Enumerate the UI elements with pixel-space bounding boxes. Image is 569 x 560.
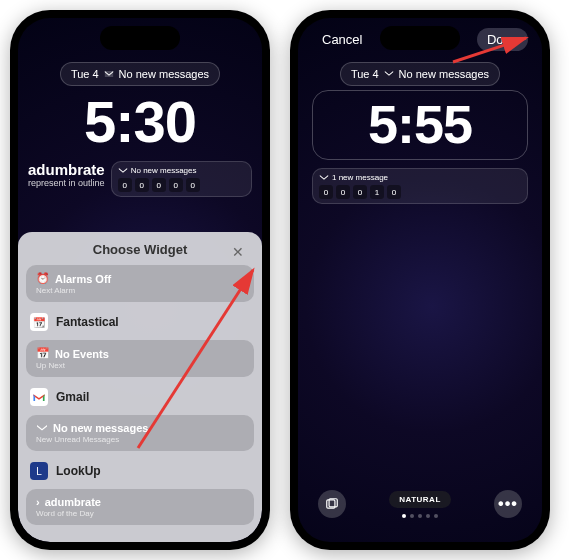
cancel-button[interactable]: Cancel xyxy=(312,28,372,51)
app-name: Gmail xyxy=(56,390,89,404)
dynamic-island xyxy=(100,26,180,50)
lookup-icon: L xyxy=(30,462,48,480)
choose-widget-sheet: Choose Widget ✕ ⏰Alarms Off Next Alarm 📆… xyxy=(18,232,262,542)
counter: 0 xyxy=(118,178,132,192)
close-button[interactable]: ✕ xyxy=(228,242,248,262)
counter: 1 xyxy=(370,185,384,199)
app-fantastical[interactable]: 📆 Fantastical xyxy=(26,308,254,336)
date-widget[interactable]: Tue 4 No new messages xyxy=(60,62,220,86)
sheet-header: Choose Widget ✕ xyxy=(26,242,254,257)
dot xyxy=(434,514,438,518)
app-gmail[interactable]: Gmail xyxy=(26,383,254,411)
gmail-icon xyxy=(36,424,48,433)
word-card-sub: Word of the Day xyxy=(36,509,244,518)
date-text: Tue 4 xyxy=(351,68,379,80)
clock-time[interactable]: 5:30 xyxy=(18,88,262,155)
app-name: LookUp xyxy=(56,464,101,478)
dynamic-island xyxy=(380,26,460,50)
clock-time: 5:55 xyxy=(323,93,517,155)
gmail-icon xyxy=(118,167,128,175)
alarm-sub: Next Alarm xyxy=(36,286,244,295)
photos-button[interactable] xyxy=(318,490,346,518)
dot xyxy=(410,514,414,518)
ellipsis-icon: ••• xyxy=(498,495,518,513)
alarm-widget-card[interactable]: ⏰Alarms Off Next Alarm xyxy=(26,265,254,302)
word-title: adumbrate xyxy=(28,161,105,178)
widget-row: adumbrate represent in outline No new me… xyxy=(18,161,262,197)
widget-label: No new messages xyxy=(131,166,197,175)
gmail-icon xyxy=(384,70,394,78)
gmail-icon xyxy=(319,174,329,182)
counter: 0 xyxy=(387,185,401,199)
counter: 0 xyxy=(135,178,149,192)
done-button[interactable]: Done xyxy=(477,28,528,51)
dot xyxy=(402,514,406,518)
counter-row: 0 0 0 1 0 xyxy=(319,185,521,199)
widget-label: 1 new message xyxy=(332,173,388,182)
fantastical-icon: 📆 xyxy=(30,313,48,331)
page-dots xyxy=(402,514,438,518)
phone-left: Tue 4 No new messages 5:30 adumbrate rep… xyxy=(10,10,270,550)
message-status: No new messages xyxy=(399,68,490,80)
lock-screen-editor: Tue 4 No new messages 5:30 adumbrate rep… xyxy=(18,18,262,542)
sheet-title: Choose Widget xyxy=(93,242,188,257)
gmail-icon xyxy=(104,70,114,78)
counter: 0 xyxy=(319,185,333,199)
events-sub: Up Next xyxy=(36,361,244,370)
phone-right: Cancel Done Tue 4 No new messages 5:55 1… xyxy=(290,10,550,550)
counter: 0 xyxy=(169,178,183,192)
style-selector[interactable]: NATURAL xyxy=(389,491,451,518)
messages-sub: New Unread Messages xyxy=(36,435,244,444)
dot xyxy=(426,514,430,518)
events-title: No Events xyxy=(55,348,109,360)
alarm-icon: ⏰ xyxy=(36,272,50,285)
date-widget[interactable]: Tue 4 No new messages xyxy=(340,62,500,86)
messages-widget[interactable]: 1 new message 0 0 0 1 0 xyxy=(312,168,528,204)
alarm-title: Alarms Off xyxy=(55,273,111,285)
calendar-icon: 📅 xyxy=(36,347,50,360)
events-widget-card[interactable]: 📅No Events Up Next xyxy=(26,340,254,377)
messages-widget-card[interactable]: No new messages New Unread Messages xyxy=(26,415,254,451)
style-label: NATURAL xyxy=(389,491,451,508)
gmail-app-icon xyxy=(30,388,48,406)
date-text: Tue 4 xyxy=(71,68,99,80)
messages-widget[interactable]: No new messages 0 0 0 0 0 xyxy=(111,161,252,197)
chevron-icon: › xyxy=(36,496,40,508)
dot xyxy=(418,514,422,518)
bottom-controls: NATURAL ••• xyxy=(298,490,542,518)
word-widget-card[interactable]: ›adumbrate Word of the Day xyxy=(26,489,254,525)
word-card-title: adumbrate xyxy=(45,496,101,508)
messages-title: No new messages xyxy=(53,422,148,434)
app-name: Fantastical xyxy=(56,315,119,329)
counter: 0 xyxy=(152,178,166,192)
counter-row: 0 0 0 0 0 xyxy=(118,178,245,192)
more-button[interactable]: ••• xyxy=(494,490,522,518)
counter: 0 xyxy=(353,185,367,199)
message-status: No new messages xyxy=(119,68,210,80)
word-of-day-widget[interactable]: adumbrate represent in outline xyxy=(28,161,105,197)
counter: 0 xyxy=(186,178,200,192)
word-definition: represent in outline xyxy=(28,178,105,188)
clock-container[interactable]: 5:55 xyxy=(312,90,528,160)
lock-screen-editor: Cancel Done Tue 4 No new messages 5:55 1… xyxy=(298,18,542,542)
app-lookup[interactable]: L LookUp xyxy=(26,457,254,485)
counter: 0 xyxy=(336,185,350,199)
